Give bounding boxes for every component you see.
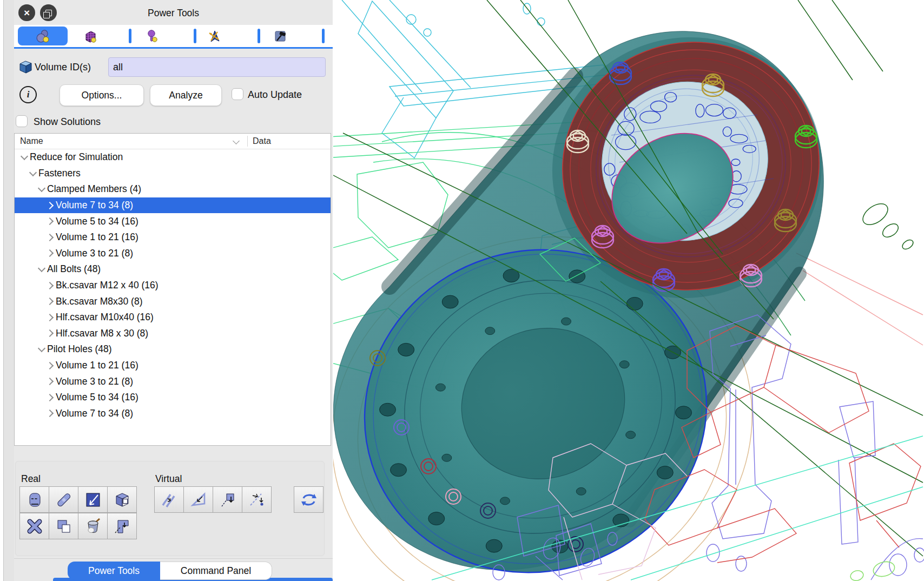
chevron-right-icon[interactable]	[45, 203, 56, 208]
tab-separator	[194, 29, 196, 43]
tree-item-label: All Bolts (48)	[47, 263, 101, 275]
tweak-surface-icon	[25, 492, 44, 508]
tab-power-tools[interactable]: Power Tools	[68, 562, 160, 580]
chevron-right-icon[interactable]	[45, 299, 56, 304]
volume-id-input[interactable]	[108, 57, 326, 77]
remove-vertex-icon	[248, 492, 266, 508]
collapse-angle-icon	[189, 492, 208, 508]
column-separator[interactable]	[247, 136, 248, 147]
tree-item-volume-selected[interactable]: Volume 7 to 34 (8)	[15, 197, 331, 214]
tree-item-label: Volume 5 to 34 (16)	[56, 216, 138, 227]
collapse-corner-button[interactable]	[107, 513, 137, 539]
show-solutions-label: Show Solutions	[34, 115, 101, 129]
collapse-corner-icon	[113, 518, 131, 534]
tree-item-label: Volume 5 to 34 (16)	[56, 392, 138, 403]
data-column-header[interactable]: Data	[253, 134, 271, 149]
tree-item-reduce-for-simulation[interactable]: Reduce for Simulation	[15, 149, 331, 166]
chevron-down-icon[interactable]	[36, 347, 47, 351]
tweak-surface-button[interactable]	[19, 486, 49, 513]
chevron-down-icon[interactable]	[36, 267, 47, 271]
chevron-right-icon[interactable]	[45, 315, 56, 320]
tree-item-label: Volume 3 to 21 (8)	[56, 376, 133, 387]
clean-bucket-button[interactable]	[78, 513, 108, 539]
remove-surface-icon	[84, 492, 102, 508]
remove-cross-icon	[25, 518, 44, 534]
remove-cross-button[interactable]	[19, 513, 49, 539]
app-window: × Power Tools	[0, 0, 924, 581]
auto-update-checkbox[interactable]	[232, 88, 243, 100]
tree-item-bolt-group[interactable]: Hlf.csavar M10x40 (16)	[15, 309, 331, 326]
chevron-down-icon[interactable]	[19, 155, 30, 159]
tab-separator	[258, 29, 260, 43]
remove-cube-face-button[interactable]	[107, 486, 137, 513]
merge-curves-icon	[160, 492, 179, 508]
tree-item-all-bolts[interactable]: All Bolts (48)	[15, 261, 331, 278]
tab-mesh-power-tools[interactable]	[71, 27, 109, 45]
tree-item-volume[interactable]: Volume 5 to 34 (16)	[15, 213, 331, 229]
tree-item-volume[interactable]: Volume 1 to 21 (16)	[15, 358, 331, 374]
composite-surfaces-button[interactable]	[49, 513, 78, 539]
power-tools-panel: × Power Tools	[14, 0, 333, 581]
analyze-button[interactable]: Analyze	[150, 84, 222, 106]
actions-row: i Options... Analyze Auto Update	[14, 84, 333, 106]
chevron-right-icon[interactable]	[45, 250, 56, 256]
options-button[interactable]: Options...	[60, 84, 144, 106]
volume-cube-icon	[17, 59, 34, 75]
remove-surface-button[interactable]	[78, 486, 108, 513]
remove-blend-button[interactable]	[49, 486, 78, 513]
tree-item-label: Reduce for Simulation	[30, 151, 123, 163]
chevron-down-icon[interactable]	[28, 171, 38, 175]
tab-geometry-repair-tools[interactable]	[261, 27, 299, 45]
tree-item-bolt-group[interactable]: Bk.csavar M8x30 (8)	[15, 293, 331, 309]
volume-id-row: Volume ID(s)	[14, 57, 333, 77]
chevron-right-icon[interactable]	[45, 395, 56, 400]
tabbar-underline	[14, 47, 333, 49]
tree-item-volume[interactable]: Volume 1 to 21 (16)	[15, 229, 331, 246]
tree-item-bolt-group[interactable]: Hlf.csavar M8 x 30 (8)	[15, 326, 331, 342]
tree-item-pilot-holes[interactable]: Pilot Holes (48)	[15, 341, 331, 358]
tree-item-fasteners[interactable]: Fasteners	[15, 166, 331, 182]
refresh-button[interactable]	[294, 486, 324, 513]
name-column-header[interactable]: Name	[20, 134, 43, 149]
chevron-right-icon[interactable]	[45, 379, 56, 384]
chevron-right-icon[interactable]	[45, 331, 56, 336]
chevron-right-icon[interactable]	[45, 283, 56, 288]
sort-chevron-icon[interactable]	[233, 137, 240, 144]
tab-mesh-quality-tools[interactable]	[195, 27, 233, 45]
virtual-collapse-angle-button[interactable]	[183, 486, 213, 513]
tree-item-volume[interactable]: Volume 3 to 21 (8)	[15, 373, 331, 389]
tree-item-label: Bk.csavar M12 x 40 (16)	[56, 280, 159, 291]
tree-item-label: Volume 7 to 34 (8)	[56, 408, 133, 419]
tree-item-label: Pilot Holes (48)	[47, 344, 112, 355]
chevron-right-icon[interactable]	[45, 235, 56, 240]
geometry-power-tools-icon	[35, 28, 51, 44]
tree-item-volume[interactable]: Volume 3 to 21 (8)	[15, 246, 331, 262]
virtual-collapse-surface-button[interactable]	[213, 486, 242, 513]
composite-surfaces-icon	[55, 518, 73, 534]
tree-item-volume[interactable]: Volume 7 to 34 (8)	[15, 406, 331, 422]
tree-item-clamped-members[interactable]: Clamped Members (4)	[15, 181, 331, 197]
virtual-remove-vertex-button[interactable]	[242, 486, 272, 513]
cad-model-scene	[333, 0, 924, 581]
remove-blend-icon	[55, 492, 73, 508]
virtual-section-label: Virtual	[155, 473, 182, 485]
chevron-right-icon[interactable]	[45, 219, 56, 224]
chevron-right-icon[interactable]	[45, 411, 56, 416]
tab-separator	[129, 29, 131, 43]
tab-geometry-power-tools[interactable]	[18, 27, 68, 45]
show-solutions-checkbox[interactable]	[16, 115, 28, 127]
chevron-right-icon[interactable]	[45, 363, 56, 368]
graphics-viewport[interactable]	[333, 0, 924, 581]
tree-header: Name Data	[15, 134, 331, 149]
tab-entity-power-tools[interactable]	[133, 27, 171, 45]
tab-command-panel[interactable]: Command Panel	[160, 562, 272, 580]
clean-bucket-icon	[84, 518, 102, 534]
tree-item-bolt-group[interactable]: Bk.csavar M12 x 40 (16)	[15, 278, 331, 294]
chevron-down-icon[interactable]	[36, 187, 47, 191]
tree-item-label: Hlf.csavar M10x40 (16)	[56, 312, 154, 323]
virtual-merge-curves-button[interactable]	[154, 486, 184, 513]
tree-item-volume[interactable]: Volume 5 to 34 (16)	[15, 389, 331, 406]
info-icon[interactable]: i	[19, 86, 37, 103]
collapse-surface-icon	[219, 492, 237, 508]
tree-item-label: Hlf.csavar M8 x 30 (8)	[56, 328, 148, 339]
